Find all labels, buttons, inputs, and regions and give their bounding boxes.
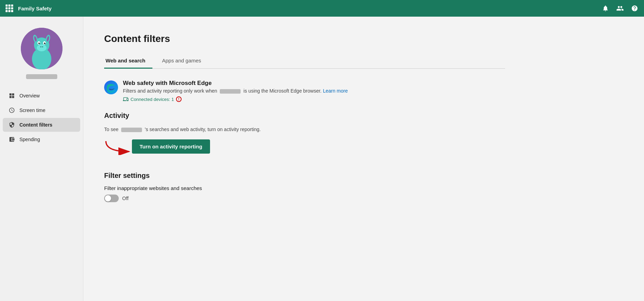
screen-time-label: Screen time: [19, 108, 45, 113]
avatar: [21, 28, 62, 69]
content-filters-label: Content filters: [19, 122, 52, 128]
spending-label: Spending: [19, 137, 40, 142]
main-layout: Overview Screen time Content filters Spe…: [0, 17, 644, 301]
filter-toggle[interactable]: [104, 195, 119, 202]
page-title: Content filters: [104, 33, 505, 44]
sidebar-item-content-filters[interactable]: Content filters: [3, 118, 80, 132]
toggle-row: Off: [104, 195, 505, 202]
edge-card-desc: Filters and activity reporting only work…: [123, 88, 348, 94]
edge-desc-post: is using the Microsoft Edge browser.: [243, 88, 321, 94]
help-icon[interactable]: [631, 5, 638, 12]
warning-icon[interactable]: !: [176, 96, 182, 102]
wallet-icon: [8, 136, 15, 143]
user-name-blur: [26, 74, 57, 79]
connected-devices-row: Connected devices: 1 !: [123, 96, 348, 102]
red-arrow-container: [104, 138, 132, 155]
devices-icon: [123, 96, 128, 102]
filter-row: Filter inappropriate websites and search…: [104, 185, 505, 191]
edge-desc-pre: Filters and activity reporting only work…: [123, 88, 217, 94]
svg-point-12: [40, 46, 41, 48]
right-panel: [526, 17, 644, 301]
svg-point-8: [44, 43, 45, 44]
turn-on-activity-reporting-button[interactable]: Turn on activity reporting: [132, 139, 210, 154]
grid-icon[interactable]: [6, 5, 13, 12]
people-icon[interactable]: [616, 5, 624, 12]
edge-logo-icon: [104, 80, 118, 94]
activity-user-blur: [121, 128, 142, 132]
filter-settings-title: Filter settings: [104, 172, 505, 180]
clock-icon: [8, 107, 15, 114]
edge-card: Web safety with Microsoft Edge Filters a…: [104, 80, 505, 102]
overview-label: Overview: [19, 93, 40, 98]
toggle-label: Off: [122, 196, 128, 201]
topbar: Family Safety: [0, 0, 644, 17]
filter-section: Filter settings Filter inappropriate web…: [104, 172, 505, 202]
svg-point-9: [39, 43, 40, 43]
svg-point-13: [42, 46, 43, 48]
bell-icon[interactable]: [602, 5, 609, 12]
red-arrow-icon: [104, 138, 132, 155]
svg-point-10: [45, 43, 45, 43]
activity-desc: To see 's searches and web activity, tur…: [104, 127, 505, 132]
overview-icon: [8, 92, 15, 99]
edge-info: Web safety with Microsoft Edge Filters a…: [123, 80, 348, 102]
edge-card-title: Web safety with Microsoft Edge: [123, 80, 348, 87]
sidebar-item-overview[interactable]: Overview: [3, 89, 80, 103]
tabs: Web and search Apps and games: [104, 54, 505, 69]
activity-desc-pre: To see: [104, 127, 118, 132]
sidebar-item-screen-time[interactable]: Screen time: [3, 103, 80, 117]
connected-devices-label: Connected devices: 1: [131, 97, 174, 102]
topbar-actions: [602, 5, 638, 12]
svg-point-11: [39, 45, 44, 48]
activity-section-title: Activity: [104, 112, 505, 120]
action-row: Turn on activity reporting: [104, 138, 505, 155]
toggle-knob: [105, 195, 111, 201]
nav-items: Overview Screen time Content filters Spe…: [0, 89, 83, 147]
content-area: Content filters Web and search Apps and …: [83, 17, 526, 301]
filter-row-label: Filter inappropriate websites and search…: [104, 185, 202, 191]
app-title: Family Safety: [18, 6, 602, 11]
learn-more-link[interactable]: Learn more: [323, 88, 348, 94]
tab-web-search[interactable]: Web and search: [104, 54, 152, 69]
svg-point-7: [38, 43, 40, 44]
sidebar-item-spending[interactable]: Spending: [3, 132, 80, 146]
edge-user-blur: [220, 89, 241, 94]
sidebar: Overview Screen time Content filters Spe…: [0, 17, 83, 301]
shield-icon: [8, 121, 15, 128]
activity-desc-post: 's searches and web activity, turn on ac…: [145, 127, 261, 132]
tab-apps-games[interactable]: Apps and games: [161, 54, 208, 69]
